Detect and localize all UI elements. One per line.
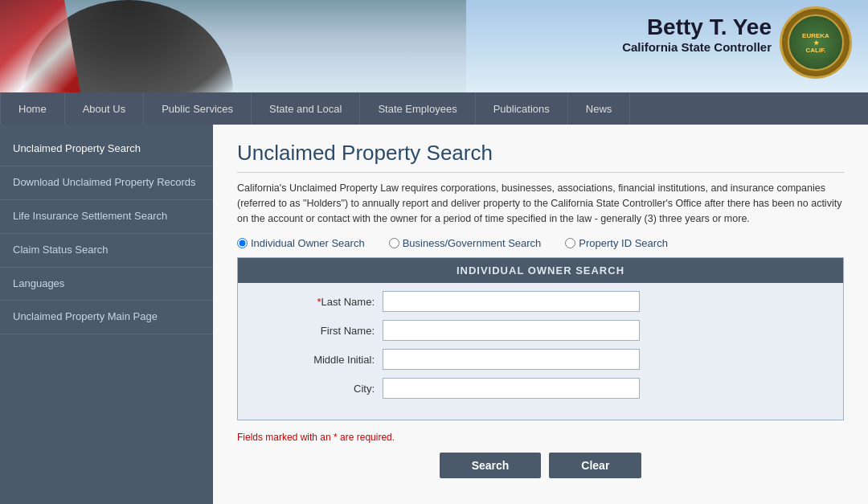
label-city: City: xyxy=(254,383,383,395)
search-type-row: Individual Owner Search Business/Governm… xyxy=(237,237,844,249)
input-last-name[interactable] xyxy=(383,291,640,312)
controller-role: California State Controller xyxy=(622,40,772,54)
seal-inner: EUREKA★CALIF. xyxy=(788,14,844,71)
radio-business[interactable]: Business/Government Search xyxy=(389,237,542,249)
form-header: INDIVIDUAL OWNER SEARCH xyxy=(238,258,843,283)
radio-property-id-input[interactable] xyxy=(565,238,575,248)
sidebar: Unclaimed Property Search Download Uncla… xyxy=(0,125,213,504)
controller-name: Betty T. Yee xyxy=(622,14,772,40)
label-last-name: *Last Name: xyxy=(254,296,383,308)
state-seal: EUREKA★CALIF. xyxy=(780,6,852,79)
input-first-name[interactable] xyxy=(383,320,640,341)
main-content: Unclaimed Property Search California's U… xyxy=(213,125,868,504)
radio-individual[interactable]: Individual Owner Search xyxy=(237,237,365,249)
main-layout: Unclaimed Property Search Download Uncla… xyxy=(0,125,868,504)
radio-property-id-label: Property ID Search xyxy=(579,237,668,249)
required-star-last-name: * xyxy=(317,296,321,308)
sidebar-item-unclaimed-search[interactable]: Unclaimed Property Search xyxy=(0,133,213,166)
required-note: Fields marked with an * are required. xyxy=(237,432,844,443)
label-first-name: First Name: xyxy=(254,325,383,337)
search-form-container: INDIVIDUAL OWNER SEARCH *Last Name: Firs… xyxy=(237,257,844,420)
form-row-city: City: xyxy=(254,378,827,399)
main-navigation: Home About Us Public Services State and … xyxy=(0,92,868,125)
sidebar-item-claim-status[interactable]: Claim Status Search xyxy=(0,234,213,268)
header: Betty T. Yee California State Controller… xyxy=(0,0,868,92)
sidebar-item-download-records[interactable]: Download Unclaimed Property Records xyxy=(0,166,213,200)
nav-item-public-services[interactable]: Public Services xyxy=(144,92,252,125)
input-city[interactable] xyxy=(383,378,640,399)
page-title: Unclaimed Property Search xyxy=(237,141,844,173)
nav-item-publications[interactable]: Publications xyxy=(476,92,568,125)
radio-individual-input[interactable] xyxy=(237,238,248,248)
required-symbol: * xyxy=(334,432,338,443)
form-row-last-name: *Last Name: xyxy=(254,291,827,312)
button-row: Search Clear xyxy=(237,453,844,486)
form-row-middle-initial: Middle Initial: xyxy=(254,349,827,370)
sidebar-item-languages[interactable]: Languages xyxy=(0,268,213,301)
radio-property-id[interactable]: Property ID Search xyxy=(565,237,668,249)
nav-item-about[interactable]: About Us xyxy=(65,92,144,125)
form-body: *Last Name: First Name: Middle Initial: … xyxy=(238,283,843,420)
nav-item-state-local[interactable]: State and Local xyxy=(252,92,360,125)
footer-section: Fields marked with an * are required. Se… xyxy=(237,432,844,486)
radio-business-label: Business/Government Search xyxy=(403,237,542,249)
nav-item-news[interactable]: News xyxy=(568,92,631,125)
sidebar-item-main-page[interactable]: Unclaimed Property Main Page xyxy=(0,301,213,334)
sidebar-item-life-insurance[interactable]: Life Insurance Settlement Search xyxy=(0,200,213,234)
clear-button[interactable]: Clear xyxy=(549,453,641,478)
description-text: California's Unclaimed Property Law requ… xyxy=(237,181,844,226)
nav-item-home[interactable]: Home xyxy=(0,92,65,125)
search-button[interactable]: Search xyxy=(440,453,542,478)
label-middle-initial: Middle Initial: xyxy=(254,354,383,366)
required-note-end: are required. xyxy=(340,432,395,443)
form-row-first-name: First Name: xyxy=(254,320,827,341)
required-note-text: Fields marked with an xyxy=(237,432,331,443)
header-title: Betty T. Yee California State Controller xyxy=(622,14,772,54)
radio-individual-label: Individual Owner Search xyxy=(251,237,365,249)
input-middle-initial[interactable] xyxy=(383,349,640,370)
radio-business-input[interactable] xyxy=(389,238,399,248)
nav-item-state-employees[interactable]: State Employees xyxy=(360,92,475,125)
